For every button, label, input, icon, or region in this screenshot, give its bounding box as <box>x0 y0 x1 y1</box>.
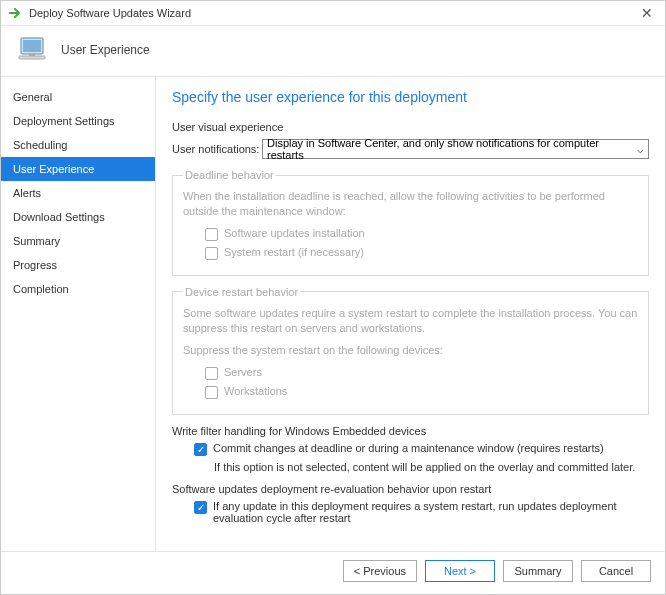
checkbox-software-updates-installation <box>205 228 218 241</box>
restart-legend: Device restart behavior <box>183 286 300 298</box>
wizard-arrow-icon <box>9 6 23 20</box>
sidebar-item-deployment-settings[interactable]: Deployment Settings <box>1 109 155 133</box>
label-servers: Servers <box>224 366 262 378</box>
close-icon[interactable]: ✕ <box>637 5 657 21</box>
notifications-value: Display in Software Center, and only sho… <box>267 137 637 161</box>
svg-rect-2 <box>19 56 45 59</box>
checkbox-commit-changes[interactable] <box>194 443 207 456</box>
sidebar-item-alerts[interactable]: Alerts <box>1 181 155 205</box>
sidebar-item-summary[interactable]: Summary <box>1 229 155 253</box>
sidebar-item-download-settings[interactable]: Download Settings <box>1 205 155 229</box>
embedded-note: If this option is not selected, content … <box>214 461 649 473</box>
previous-button[interactable]: < Previous <box>343 560 417 582</box>
computer-icon <box>15 32 51 68</box>
svg-rect-3 <box>29 54 35 56</box>
sidebar-item-user-experience[interactable]: User Experience <box>1 157 155 181</box>
reeval-title: Software updates deployment re-evaluatio… <box>172 483 649 495</box>
restart-behavior-group: Device restart behavior Some software up… <box>172 286 649 416</box>
sidebar-item-completion[interactable]: Completion <box>1 277 155 301</box>
notifications-dropdown[interactable]: Display in Software Center, and only sho… <box>262 139 649 159</box>
label-reeval: If any update in this deployment require… <box>213 500 649 524</box>
checkbox-system-restart <box>205 247 218 260</box>
summary-button[interactable]: Summary <box>503 560 573 582</box>
restart-desc: Some software updates require a system r… <box>183 306 638 336</box>
checkbox-reeval[interactable] <box>194 501 207 514</box>
wizard-header: User Experience <box>61 43 150 57</box>
deadline-behavior-group: Deadline behavior When the installation … <box>172 169 649 276</box>
cancel-button[interactable]: Cancel <box>581 560 651 582</box>
label-commit-changes: Commit changes at deadline or during a m… <box>213 442 604 454</box>
sidebar-item-progress[interactable]: Progress <box>1 253 155 277</box>
embedded-title: Write filter handling for Windows Embedd… <box>172 425 649 437</box>
checkbox-workstations <box>205 386 218 399</box>
page-title: Specify the user experience for this dep… <box>172 89 649 105</box>
restart-desc2: Suppress the system restart on the follo… <box>183 343 638 358</box>
window-title: Deploy Software Updates Wizard <box>29 7 637 19</box>
visual-section-title: User visual experience <box>172 121 649 133</box>
chevron-down-icon: ⌵ <box>637 143 644 156</box>
deadline-legend: Deadline behavior <box>183 169 276 181</box>
label-workstations: Workstations <box>224 385 287 397</box>
notifications-label: User notifications: <box>172 143 262 155</box>
label-software-updates-installation: Software updates installation <box>224 227 365 239</box>
sidebar-item-general[interactable]: General <box>1 85 155 109</box>
sidebar-item-scheduling[interactable]: Scheduling <box>1 133 155 157</box>
wizard-nav: General Deployment Settings Scheduling U… <box>1 77 156 551</box>
svg-rect-1 <box>23 40 41 52</box>
checkbox-servers <box>205 367 218 380</box>
next-button[interactable]: Next > <box>425 560 495 582</box>
label-system-restart: System restart (if necessary) <box>224 246 364 258</box>
deadline-desc: When the installation deadline is reache… <box>183 189 638 219</box>
